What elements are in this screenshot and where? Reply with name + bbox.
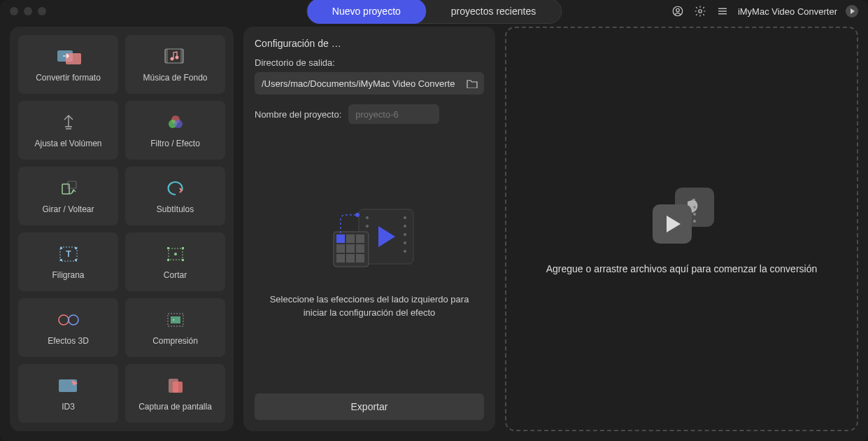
- svg-point-45: [404, 225, 406, 227]
- tool-crop[interactable]: Cortar: [125, 232, 225, 291]
- tool-watermark[interactable]: T Filigrana: [18, 232, 118, 291]
- browse-folder-icon[interactable]: [466, 77, 478, 90]
- svg-rect-9: [165, 49, 168, 63]
- tool-subtitles[interactable]: Subtítulos: [125, 167, 225, 225]
- compression-icon: [163, 309, 188, 330]
- svg-rect-26: [182, 247, 184, 249]
- svg-point-39: [366, 216, 369, 219]
- svg-point-63: [693, 206, 696, 209]
- svg-point-64: [693, 213, 696, 216]
- project-tab-switcher: Nuevo proyecto proyectos recientes: [306, 0, 562, 24]
- tools-grid: Convertir formato Música de Fondo Ajusta…: [18, 35, 225, 423]
- svg-point-48: [404, 250, 406, 253]
- tool-rotate-flip[interactable]: Girar / Voltear: [18, 167, 118, 225]
- subtitles-icon: [163, 178, 188, 199]
- close-window-button[interactable]: [10, 7, 18, 15]
- tool-id3[interactable]: ID3: [18, 364, 118, 423]
- svg-point-1: [676, 8, 680, 12]
- output-dir-field[interactable]: /Users/mac/Documents/iMyMac Video Conver…: [255, 72, 484, 94]
- project-name-input[interactable]: [348, 104, 439, 124]
- tool-screenshot[interactable]: Captura de pantalla: [125, 364, 225, 423]
- tool-compression[interactable]: Compresión: [125, 298, 225, 357]
- svg-rect-55: [356, 244, 364, 253]
- tool-adjust-volume[interactable]: Ajusta el Volúmen: [18, 101, 118, 160]
- tool-label: Efectos 3D: [48, 336, 89, 346]
- svg-point-15: [174, 120, 183, 128]
- tool-convert-format[interactable]: Convertir formato: [18, 35, 118, 94]
- svg-rect-57: [346, 254, 355, 262]
- svg-point-2: [699, 10, 702, 13]
- tool-background-music[interactable]: Música de Fondo: [125, 35, 225, 94]
- svg-rect-52: [356, 234, 364, 243]
- file-drop-area[interactable]: Agregue o arrastre archivos aquí para co…: [505, 27, 858, 431]
- tab-new-project[interactable]: Nuevo proyecto: [307, 0, 426, 24]
- svg-point-46: [404, 233, 406, 236]
- tool-label: Filtro / Efecto: [150, 139, 200, 148]
- project-name-label: Nombre del proyecto:: [255, 109, 341, 120]
- tool-label: Compresión: [152, 336, 198, 346]
- tool-label: ID3: [62, 402, 75, 412]
- config-hint-text: Seleccione las efecciones del lado izqui…: [262, 293, 477, 318]
- drop-hint-text: Agregue o arrastre archivos aquí para co…: [532, 263, 832, 274]
- svg-point-29: [174, 253, 177, 255]
- svg-point-44: [404, 216, 406, 219]
- watermark-icon: T: [56, 244, 81, 265]
- svg-point-31: [69, 315, 78, 325]
- convert-format-icon: [56, 46, 81, 67]
- output-dir-label: Directorio de salida:: [255, 57, 484, 68]
- config-panel: Configuración de … Directorio de salida:…: [243, 27, 495, 431]
- svg-rect-54: [346, 244, 355, 253]
- tool-3d-effects[interactable]: Efectos 3D: [18, 298, 118, 357]
- app-title: iMyMac Video Converter: [738, 6, 837, 17]
- effect-placeholder-icon: [317, 198, 422, 282]
- tool-label: Filigrana: [52, 270, 84, 280]
- svg-point-47: [404, 241, 406, 244]
- app-window: Nuevo proyecto proyectos recientes iMyMa…: [0, 0, 868, 441]
- adjust-volume-icon: [56, 112, 81, 133]
- titlebar: Nuevo proyecto proyectos recientes iMyMa…: [0, 0, 868, 22]
- svg-rect-21: [60, 259, 62, 261]
- svg-rect-34: [171, 316, 180, 323]
- tool-label: Cortar: [164, 270, 187, 280]
- svg-rect-35: [59, 379, 77, 392]
- svg-point-65: [693, 220, 696, 223]
- svg-point-30: [59, 315, 69, 325]
- tool-label: Música de Fondo: [143, 73, 207, 83]
- account-icon[interactable]: [671, 4, 685, 18]
- id3-icon: [56, 375, 81, 396]
- svg-point-40: [366, 225, 369, 227]
- svg-rect-7: [66, 53, 81, 64]
- svg-rect-58: [356, 254, 364, 262]
- body: Convertir formato Música de Fondo Ajusta…: [0, 22, 868, 441]
- tab-recent-projects[interactable]: proyectos recientes: [426, 0, 561, 24]
- tool-label: Convertir formato: [36, 73, 101, 83]
- titlebar-right: iMyMac Video Converter: [671, 4, 858, 18]
- tool-label: Ajusta el Volúmen: [34, 139, 101, 148]
- tool-filter-effect[interactable]: Filtro / Efecto: [125, 101, 225, 160]
- settings-icon[interactable]: [693, 4, 707, 18]
- svg-rect-28: [182, 259, 184, 261]
- svg-rect-19: [60, 247, 62, 249]
- output-dir-value: /Users/mac/Documents/iMyMac Video Conver…: [262, 78, 460, 89]
- svg-rect-20: [75, 247, 77, 249]
- 3d-effects-icon: [56, 309, 81, 330]
- rotate-flip-icon: [56, 178, 81, 199]
- svg-point-60: [355, 213, 360, 217]
- svg-rect-27: [167, 259, 169, 261]
- tool-label: Captura de pantalla: [138, 402, 212, 412]
- export-button[interactable]: Exportar: [255, 393, 484, 420]
- maximize-window-button[interactable]: [38, 7, 46, 15]
- config-title: Configuración de …: [255, 38, 484, 49]
- project-name-row: Nombre del proyecto:: [255, 104, 484, 124]
- svg-rect-10: [180, 49, 183, 63]
- config-placeholder: Seleccione las efecciones del lado izqui…: [255, 124, 484, 393]
- svg-text:T: T: [66, 249, 71, 259]
- background-music-icon: [163, 46, 188, 67]
- minimize-window-button[interactable]: [24, 7, 32, 15]
- tool-label: Girar / Voltear: [42, 204, 94, 214]
- svg-rect-22: [75, 259, 77, 261]
- tool-label: Subtítulos: [157, 204, 194, 214]
- crop-icon: [163, 244, 188, 265]
- svg-rect-59: [336, 234, 345, 243]
- menu-icon[interactable]: [716, 4, 730, 18]
